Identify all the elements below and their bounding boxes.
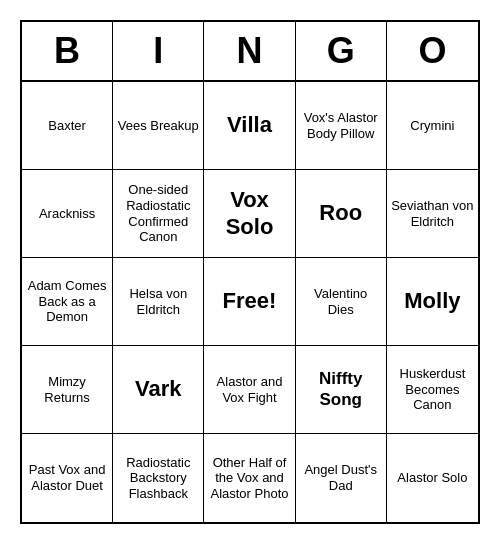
- bingo-cell: Mimzy Returns: [22, 346, 113, 434]
- bingo-cell: Past Vox and Alastor Duet: [22, 434, 113, 522]
- bingo-card: BINGO BaxterVees BreakupVillaVox's Alast…: [20, 20, 480, 524]
- bingo-cell: Alastor and Vox Fight: [204, 346, 295, 434]
- bingo-cell: Arackniss: [22, 170, 113, 258]
- bingo-cell: Angel Dust's Dad: [296, 434, 387, 522]
- bingo-cell: Roo: [296, 170, 387, 258]
- bingo-cell: Huskerdust Becomes Canon: [387, 346, 478, 434]
- header-letter: G: [296, 22, 387, 80]
- bingo-cell: Helsa von Eldritch: [113, 258, 204, 346]
- bingo-cell: Valentino Dies: [296, 258, 387, 346]
- bingo-cell: Molly: [387, 258, 478, 346]
- bingo-cell: Other Half of the Vox and Alastor Photo: [204, 434, 295, 522]
- bingo-cell: Vox Solo: [204, 170, 295, 258]
- bingo-cell: Adam Comes Back as a Demon: [22, 258, 113, 346]
- bingo-cell: Villa: [204, 82, 295, 170]
- header-letter: N: [204, 22, 295, 80]
- bingo-cell: One-sided Radiostatic Confirmed Canon: [113, 170, 204, 258]
- bingo-cell: Niffty Song: [296, 346, 387, 434]
- bingo-grid: BaxterVees BreakupVillaVox's Alastor Bod…: [22, 82, 478, 522]
- bingo-cell: Crymini: [387, 82, 478, 170]
- bingo-cell: Vark: [113, 346, 204, 434]
- bingo-cell: Seviathan von Eldritch: [387, 170, 478, 258]
- header-letter: I: [113, 22, 204, 80]
- bingo-cell: Vox's Alastor Body Pillow: [296, 82, 387, 170]
- header-letter: O: [387, 22, 478, 80]
- bingo-cell: Baxter: [22, 82, 113, 170]
- bingo-cell: Alastor Solo: [387, 434, 478, 522]
- bingo-cell: Free!: [204, 258, 295, 346]
- header-letter: B: [22, 22, 113, 80]
- bingo-cell: Radiostatic Backstory Flashback: [113, 434, 204, 522]
- bingo-header: BINGO: [22, 22, 478, 82]
- bingo-cell: Vees Breakup: [113, 82, 204, 170]
